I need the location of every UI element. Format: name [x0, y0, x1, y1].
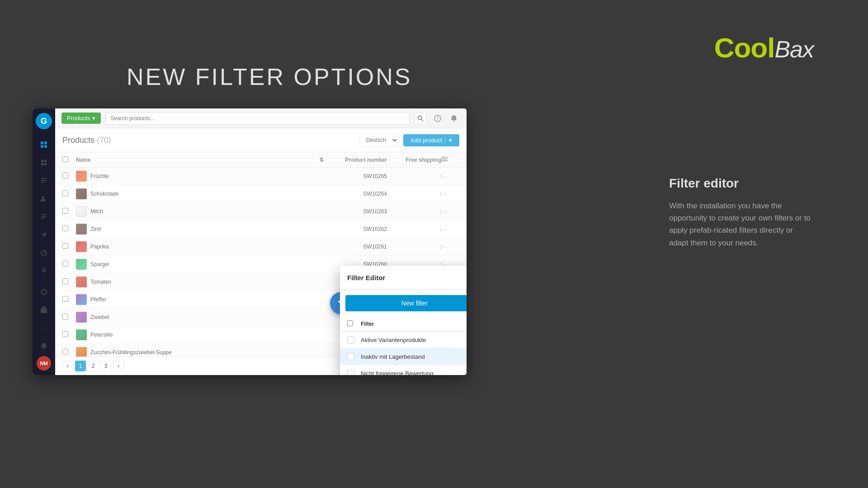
filter-editor-modal: Filter Editor ✕ New filter Filter Aktive…: [340, 266, 467, 375]
row-checkbox[interactable]: [62, 278, 68, 284]
search-button[interactable]: [414, 112, 427, 125]
products-header: Products (70) Deutsch Add product ▾: [55, 128, 467, 152]
svg-rect-14: [441, 157, 448, 158]
row-checkbox[interactable]: [62, 261, 68, 267]
sidebar-item-dashboard[interactable]: [36, 136, 52, 153]
page-3-button[interactable]: 3: [100, 361, 111, 371]
select-all-checkbox[interactable]: [62, 156, 68, 162]
row-actions-menu[interactable]: ···: [441, 173, 459, 180]
notifications-icon[interactable]: [448, 112, 460, 125]
add-product-arrow: ▾: [445, 137, 452, 144]
svg-rect-15: [441, 159, 448, 160]
sidebar-item-analytics[interactable]: [36, 245, 52, 261]
row-checkbox[interactable]: [62, 331, 68, 337]
add-product-button[interactable]: Add product ▾: [403, 134, 459, 146]
filter-editor-text: With the installation you have the oppor…: [669, 200, 814, 249]
user-avatar[interactable]: NM: [37, 356, 51, 371]
svg-rect-3: [44, 145, 47, 148]
svg-rect-9: [41, 309, 47, 313]
svg-rect-16: [441, 160, 448, 161]
product-thumbnail: [76, 224, 87, 235]
svg-text:?: ?: [436, 116, 439, 121]
products-title: Products (70): [62, 136, 359, 145]
filter-col-label: Filter: [361, 321, 467, 327]
sidebar-item-marketing[interactable]: [36, 227, 52, 243]
page-2-button[interactable]: 2: [88, 361, 99, 371]
product-thumbnail: [76, 329, 87, 340]
language-select[interactable]: Deutsch: [359, 134, 399, 146]
logo: CoolBax: [714, 32, 814, 64]
row-checkbox[interactable]: [62, 225, 68, 231]
filter-name: Nicht freigegene Bewertung: [361, 370, 467, 375]
sidebar-item-customers[interactable]: [36, 191, 52, 207]
sidebar-logo: G: [36, 113, 52, 129]
logo-bax: Bax: [774, 36, 814, 62]
help-icon[interactable]: ?: [431, 112, 444, 125]
svg-rect-1: [44, 141, 47, 144]
svg-point-10: [418, 116, 422, 119]
product-thumbnail: [76, 171, 87, 182]
svg-line-11: [421, 119, 424, 121]
product-thumbnail: [76, 206, 87, 217]
sidebar-item-content[interactable]: [36, 209, 52, 225]
svg-rect-2: [41, 145, 43, 148]
product-thumbnail: [76, 259, 87, 270]
row-actions-menu[interactable]: ···: [441, 190, 459, 197]
app-window: G: [33, 108, 467, 375]
col-header-free-shipping: Free shipping: [387, 157, 441, 163]
pagination-controls: ‹ 1 2 3 ›: [62, 361, 124, 371]
row-checkbox[interactable]: [62, 349, 68, 355]
prev-page-button[interactable]: ‹: [62, 361, 73, 371]
product-thumbnail: [76, 347, 87, 357]
row-checkbox[interactable]: [62, 314, 68, 319]
page-1-button[interactable]: 1: [75, 361, 86, 371]
filter-row: Aktive Variantenprodukte ···: [340, 332, 467, 348]
filter-checkbox[interactable]: [347, 370, 354, 375]
row-checkbox[interactable]: [62, 208, 68, 214]
next-page-button[interactable]: ›: [113, 361, 124, 371]
chevron-icon: ▾: [92, 115, 95, 122]
sidebar-item-orders[interactable]: [36, 173, 52, 189]
search-input[interactable]: [105, 112, 410, 125]
filter-checkbox[interactable]: [347, 336, 354, 343]
product-thumbnail: [76, 277, 87, 287]
table-row: Schokolade SW10264 : ···: [55, 185, 467, 203]
svg-rect-0: [41, 141, 43, 144]
table-header-row: Name ⇅ Product number Free shipping: [55, 152, 467, 168]
row-actions-menu[interactable]: ···: [441, 208, 459, 215]
sidebar: G: [33, 108, 55, 375]
row-checkbox[interactable]: [62, 296, 68, 302]
filter-checkbox[interactable]: [347, 353, 354, 360]
sidebar-item-products[interactable]: [36, 155, 52, 171]
col-header-name: Name: [76, 157, 319, 163]
filter-editor-title: Filter editor: [669, 176, 814, 191]
filter-row: Nicht freigegene Bewertung ···: [340, 365, 467, 375]
sidebar-bottom: ? ··· NM: [36, 284, 52, 375]
col-header-actions: [441, 156, 459, 164]
sidebar-item-store[interactable]: [36, 302, 52, 318]
sidebar-item-help[interactable]: ?: [36, 284, 52, 300]
row-actions-menu[interactable]: ···: [441, 225, 459, 233]
sidebar-item-settings[interactable]: [36, 263, 52, 279]
product-thumbnail: [76, 241, 87, 252]
row-checkbox[interactable]: [62, 190, 68, 196]
sidebar-item-notifications[interactable]: [36, 338, 52, 354]
new-filter-button[interactable]: New filter: [345, 295, 467, 311]
sidebar-item-more[interactable]: ···: [36, 320, 52, 336]
table-row: Früchte SW10265 : ···: [55, 168, 467, 185]
products-dropdown-button[interactable]: Products ▾: [61, 113, 101, 124]
col-sort-icon[interactable]: ⇅: [319, 157, 333, 163]
top-bar: Products ▾ ?: [55, 108, 467, 128]
modal-header: Filter Editor ✕: [340, 266, 467, 290]
row-actions-menu[interactable]: ···: [441, 243, 459, 250]
filter-name: Aktive Variantenprodukte: [361, 337, 467, 343]
modal-title: Filter Editor: [347, 274, 385, 282]
filter-select-all[interactable]: [347, 320, 353, 326]
row-checkbox[interactable]: [62, 173, 68, 178]
col-header-product-number: Product number: [333, 157, 387, 163]
svg-text:?: ?: [42, 290, 45, 295]
table-row: Zimt SW10262 : ···: [55, 221, 467, 238]
filter-table-header: Filter: [340, 317, 467, 332]
logo-cool: Cool: [714, 32, 775, 63]
row-checkbox[interactable]: [62, 243, 68, 249]
